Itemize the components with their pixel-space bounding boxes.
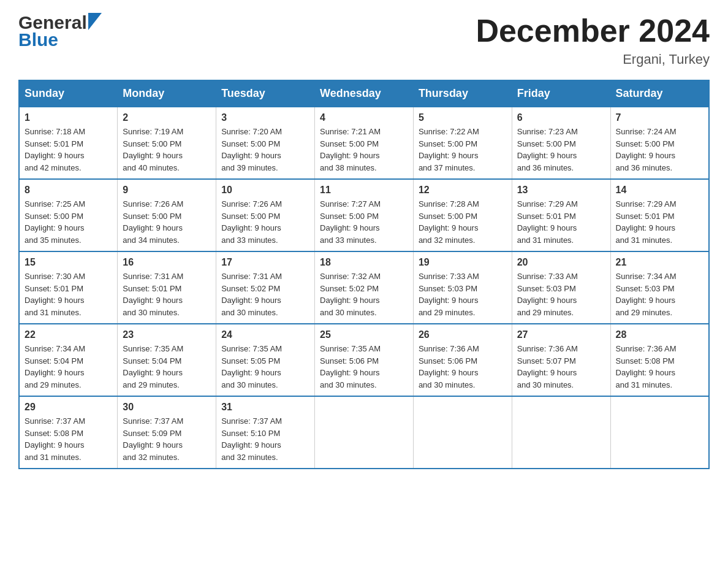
day-number: 23 [123,329,211,340]
logo-blue-text: Blue [18,29,102,50]
day-number: 8 [25,185,112,196]
calendar-cell: 11 Sunrise: 7:27 AM Sunset: 5:00 PM Dayl… [315,179,414,251]
day-info: Sunrise: 7:25 AM Sunset: 5:00 PM Dayligh… [25,198,112,246]
day-number: 19 [419,257,507,268]
day-info: Sunrise: 7:22 AM Sunset: 5:00 PM Dayligh… [419,126,507,174]
week-row-1: 1 Sunrise: 7:18 AM Sunset: 5:01 PM Dayli… [19,107,709,179]
calendar-cell: 27 Sunrise: 7:36 AM Sunset: 5:07 PM Dayl… [512,324,610,396]
day-number: 29 [25,402,112,413]
day-number: 15 [25,257,112,268]
calendar-cell: 22 Sunrise: 7:34 AM Sunset: 5:04 PM Dayl… [19,324,118,396]
header-wednesday: Wednesday [315,80,414,107]
header-saturday: Saturday [610,80,709,107]
day-info: Sunrise: 7:37 AM Sunset: 5:09 PM Dayligh… [123,415,211,463]
day-info: Sunrise: 7:35 AM Sunset: 5:05 PM Dayligh… [221,343,309,391]
day-info: Sunrise: 7:26 AM Sunset: 5:00 PM Dayligh… [123,198,211,246]
day-number: 30 [123,402,211,413]
day-number: 4 [320,112,408,123]
day-info: Sunrise: 7:26 AM Sunset: 5:00 PM Dayligh… [221,198,309,246]
day-info: Sunrise: 7:37 AM Sunset: 5:08 PM Dayligh… [25,415,112,463]
location: Ergani, Turkey [476,52,710,67]
calendar-cell: 18 Sunrise: 7:32 AM Sunset: 5:02 PM Dayl… [315,251,414,324]
day-number: 12 [419,185,507,196]
day-info: Sunrise: 7:35 AM Sunset: 5:06 PM Dayligh… [320,343,408,391]
calendar-cell: 5 Sunrise: 7:22 AM Sunset: 5:00 PM Dayli… [413,107,512,179]
day-info: Sunrise: 7:36 AM Sunset: 5:08 PM Dayligh… [616,343,703,391]
day-info: Sunrise: 7:24 AM Sunset: 5:00 PM Dayligh… [616,126,703,174]
day-number: 20 [517,257,605,268]
svg-marker-0 [88,13,102,30]
day-info: Sunrise: 7:18 AM Sunset: 5:01 PM Dayligh… [25,126,112,174]
day-info: Sunrise: 7:33 AM Sunset: 5:03 PM Dayligh… [517,270,605,318]
day-number: 25 [320,329,408,340]
calendar-cell: 1 Sunrise: 7:18 AM Sunset: 5:01 PM Dayli… [19,107,118,179]
day-number: 24 [221,329,309,340]
day-info: Sunrise: 7:27 AM Sunset: 5:00 PM Dayligh… [320,198,408,246]
day-number: 26 [419,329,507,340]
day-info: Sunrise: 7:31 AM Sunset: 5:01 PM Dayligh… [123,270,211,318]
header-thursday: Thursday [413,80,512,107]
calendar-cell [610,396,709,469]
calendar-cell [315,396,414,469]
calendar-cell: 21 Sunrise: 7:34 AM Sunset: 5:03 PM Dayl… [610,251,709,324]
calendar-cell: 15 Sunrise: 7:30 AM Sunset: 5:01 PM Dayl… [19,251,118,324]
day-info: Sunrise: 7:34 AM Sunset: 5:03 PM Dayligh… [616,270,703,318]
calendar-cell: 13 Sunrise: 7:29 AM Sunset: 5:01 PM Dayl… [512,179,610,251]
day-number: 18 [320,257,408,268]
calendar-cell: 7 Sunrise: 7:24 AM Sunset: 5:00 PM Dayli… [610,107,709,179]
calendar-cell: 26 Sunrise: 7:36 AM Sunset: 5:06 PM Dayl… [413,324,512,396]
day-info: Sunrise: 7:19 AM Sunset: 5:00 PM Dayligh… [123,126,211,174]
day-number: 9 [123,185,211,196]
calendar-header-row: Sunday Monday Tuesday Wednesday Thursday… [19,80,709,107]
day-number: 22 [25,329,112,340]
day-info: Sunrise: 7:28 AM Sunset: 5:00 PM Dayligh… [419,198,507,246]
day-number: 5 [419,112,507,123]
title-section: December 2024 Ergani, Turkey [476,12,710,67]
calendar-cell: 28 Sunrise: 7:36 AM Sunset: 5:08 PM Dayl… [610,324,709,396]
calendar-cell: 24 Sunrise: 7:35 AM Sunset: 5:05 PM Dayl… [216,324,315,396]
month-title: December 2024 [476,12,710,49]
calendar-cell: 8 Sunrise: 7:25 AM Sunset: 5:00 PM Dayli… [19,179,118,251]
day-info: Sunrise: 7:20 AM Sunset: 5:00 PM Dayligh… [221,126,309,174]
calendar-cell: 20 Sunrise: 7:33 AM Sunset: 5:03 PM Dayl… [512,251,610,324]
day-number: 21 [616,257,703,268]
calendar-cell: 29 Sunrise: 7:37 AM Sunset: 5:08 PM Dayl… [19,396,118,469]
week-row-2: 8 Sunrise: 7:25 AM Sunset: 5:00 PM Dayli… [19,179,709,251]
header-tuesday: Tuesday [216,80,315,107]
day-number: 27 [517,329,605,340]
calendar-cell: 10 Sunrise: 7:26 AM Sunset: 5:00 PM Dayl… [216,179,315,251]
calendar-cell [413,396,512,469]
day-number: 3 [221,112,309,123]
day-info: Sunrise: 7:21 AM Sunset: 5:00 PM Dayligh… [320,126,408,174]
day-info: Sunrise: 7:34 AM Sunset: 5:04 PM Dayligh… [25,343,112,391]
day-number: 17 [221,257,309,268]
logo: General Blue [18,12,102,50]
calendar-cell: 6 Sunrise: 7:23 AM Sunset: 5:00 PM Dayli… [512,107,610,179]
day-number: 16 [123,257,211,268]
day-info: Sunrise: 7:36 AM Sunset: 5:06 PM Dayligh… [419,343,507,391]
day-info: Sunrise: 7:23 AM Sunset: 5:00 PM Dayligh… [517,126,605,174]
calendar-cell: 17 Sunrise: 7:31 AM Sunset: 5:02 PM Dayl… [216,251,315,324]
day-info: Sunrise: 7:32 AM Sunset: 5:02 PM Dayligh… [320,270,408,318]
day-number: 11 [320,185,408,196]
calendar-cell: 31 Sunrise: 7:37 AM Sunset: 5:10 PM Dayl… [216,396,315,469]
calendar-cell: 3 Sunrise: 7:20 AM Sunset: 5:00 PM Dayli… [216,107,315,179]
calendar-cell: 2 Sunrise: 7:19 AM Sunset: 5:00 PM Dayli… [118,107,216,179]
day-info: Sunrise: 7:29 AM Sunset: 5:01 PM Dayligh… [517,198,605,246]
week-row-3: 15 Sunrise: 7:30 AM Sunset: 5:01 PM Dayl… [19,251,709,324]
calendar-cell: 16 Sunrise: 7:31 AM Sunset: 5:01 PM Dayl… [118,251,216,324]
week-row-5: 29 Sunrise: 7:37 AM Sunset: 5:08 PM Dayl… [19,396,709,469]
calendar-cell [512,396,610,469]
calendar-cell: 4 Sunrise: 7:21 AM Sunset: 5:00 PM Dayli… [315,107,414,179]
day-number: 14 [616,185,703,196]
calendar-cell: 19 Sunrise: 7:33 AM Sunset: 5:03 PM Dayl… [413,251,512,324]
calendar-table: Sunday Monday Tuesday Wednesday Thursday… [18,80,710,469]
header-sunday: Sunday [19,80,118,107]
day-info: Sunrise: 7:36 AM Sunset: 5:07 PM Dayligh… [517,343,605,391]
calendar-cell: 9 Sunrise: 7:26 AM Sunset: 5:00 PM Dayli… [118,179,216,251]
week-row-4: 22 Sunrise: 7:34 AM Sunset: 5:04 PM Dayl… [19,324,709,396]
day-number: 31 [221,402,309,413]
day-number: 2 [123,112,211,123]
day-info: Sunrise: 7:37 AM Sunset: 5:10 PM Dayligh… [221,415,309,463]
day-number: 13 [517,185,605,196]
